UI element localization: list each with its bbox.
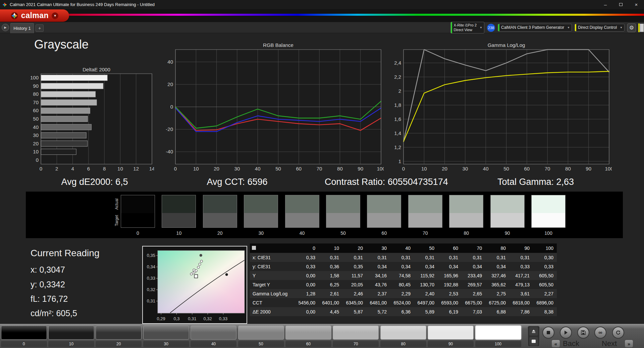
refresh-button[interactable] xyxy=(612,327,624,339)
svg-text:2: 2 xyxy=(398,88,401,94)
svg-text:14: 14 xyxy=(149,166,154,171)
table-cell: 0,31 xyxy=(342,253,366,262)
swatch-70 xyxy=(408,195,442,228)
close-button[interactable]: × xyxy=(629,0,644,9)
continuous-read-button[interactable]: ∞ xyxy=(594,327,606,339)
save-button[interactable] xyxy=(577,327,589,339)
pattern-button-80[interactable] xyxy=(380,326,426,340)
calman-menu-button[interactable]: calman ▼ xyxy=(0,9,69,22)
pattern-button-60[interactable] xyxy=(285,326,331,340)
table-row-label: y: CIE31 xyxy=(250,262,295,271)
pattern-button-70[interactable] xyxy=(333,326,379,340)
table-cell: 6,19 xyxy=(438,307,462,316)
history-arrow-icon: ▶ xyxy=(4,26,7,29)
svg-text:10: 10 xyxy=(117,166,123,171)
deltae-chart-title: DeltaE 2000 xyxy=(41,67,152,72)
pattern-label: 10 xyxy=(48,341,94,347)
history-panel-toggle[interactable]: ▶ xyxy=(2,24,9,31)
minimize-button[interactable]: – xyxy=(598,0,613,9)
pattern-button-0[interactable] xyxy=(1,326,47,340)
back-chevron-button[interactable]: « xyxy=(551,340,560,348)
svg-text:60: 60 xyxy=(33,108,39,113)
table-col-header: 0 xyxy=(295,243,319,253)
svg-text:-40: -40 xyxy=(166,149,173,154)
pattern-button-100[interactable] xyxy=(475,326,521,340)
svg-text:80: 80 xyxy=(337,166,343,171)
rgb-balance-chart-title: RGB Balance xyxy=(175,42,381,48)
table-cell: 11,57 xyxy=(342,271,366,280)
table-cell: 0,00 xyxy=(295,271,319,280)
swatch-80 xyxy=(449,195,483,228)
pattern-button-50[interactable] xyxy=(238,326,284,340)
current-reading-title: Current Reading xyxy=(31,248,99,259)
stop-button[interactable] xyxy=(542,327,554,339)
table-cell: 192,88 xyxy=(438,280,462,289)
svg-text:0: 0 xyxy=(36,157,39,163)
play-button[interactable] xyxy=(560,327,572,339)
contrast-ratio-stat: Contrast Ratio: 605504735174 xyxy=(303,177,470,187)
layout-select-button[interactable] xyxy=(529,337,538,346)
add-tab-button[interactable]: + xyxy=(36,24,44,32)
partial-control xyxy=(638,23,644,32)
maximize-button[interactable] xyxy=(613,0,629,9)
close-icon: × xyxy=(635,2,638,7)
table-cell: 0,34 xyxy=(366,262,390,271)
swatch-actual xyxy=(162,195,196,213)
table-cell: 0,31 xyxy=(509,253,533,262)
swatch-target xyxy=(449,213,483,227)
swatch-target xyxy=(532,213,565,227)
pattern-button-30[interactable] xyxy=(143,326,189,340)
table-cell: 6524,00 xyxy=(390,298,414,307)
collapse-bar-button[interactable] xyxy=(529,327,538,336)
pattern-button-40[interactable] xyxy=(191,326,236,340)
table-cell: 0,33 xyxy=(509,262,533,271)
table-cell: 479,13 xyxy=(509,280,533,289)
table-cell: 74,58 xyxy=(390,271,414,280)
svg-text:0: 0 xyxy=(174,166,177,171)
page-title: Grayscale xyxy=(34,38,89,52)
svg-text:10: 10 xyxy=(421,166,427,171)
table-row: y: CIE310,330,360,350,340,340,340,340,34… xyxy=(250,262,557,271)
table-row: Y0,001,5811,5734,1674,58115,92165,96233,… xyxy=(250,271,557,280)
svg-text:2,2: 2,2 xyxy=(394,74,401,80)
table-cell: 2,29 xyxy=(390,289,414,298)
pattern-button-10[interactable] xyxy=(48,326,94,340)
eject-icon xyxy=(531,329,536,334)
stop-icon xyxy=(546,330,551,335)
svg-text:0: 0 xyxy=(170,104,173,110)
swatch-actual xyxy=(367,195,401,213)
meter-dropdown[interactable]: X-Rite i1Pro 2 Direct View ▼ xyxy=(450,22,484,34)
pattern-sheen xyxy=(286,326,331,339)
source-dropdown[interactable]: CalMAN Client 3 Pattern Generator ▼ xyxy=(498,24,572,31)
table-cell: 0,31 xyxy=(462,253,485,262)
pattern-label: 100 xyxy=(475,341,521,347)
back-button[interactable]: Back xyxy=(563,339,579,348)
display-control-dropdown[interactable]: Direct Display Control ▼ xyxy=(575,24,625,31)
calman-wordmark: calman xyxy=(21,11,49,20)
table-col-header: 30 xyxy=(366,243,390,253)
svg-text:40: 40 xyxy=(33,124,39,130)
svg-text:90: 90 xyxy=(358,166,363,171)
swatch-10 xyxy=(162,195,196,228)
table-cell: 130,70 xyxy=(414,280,438,289)
chevron-down-icon: ▼ xyxy=(478,22,484,33)
pattern-button-20[interactable] xyxy=(96,326,142,340)
pattern-label: 70 xyxy=(333,341,379,347)
table-cell: 365,62 xyxy=(485,280,509,289)
swatch-label: 40 xyxy=(285,230,319,236)
tab-history-1[interactable]: History 1 xyxy=(10,23,34,33)
table-col-header: 80 xyxy=(485,243,509,253)
source-name: CalMAN Client 3 Pattern Generator xyxy=(501,25,564,30)
svg-text:30: 30 xyxy=(463,166,468,171)
table-cell: 80,45 xyxy=(390,280,414,289)
table-row: x: CIE310,330,310,310,310,310,310,310,31… xyxy=(250,253,557,262)
next-button[interactable]: Next xyxy=(602,339,617,348)
svg-text:1: 1 xyxy=(398,158,401,164)
next-chevron-button[interactable]: » xyxy=(625,340,633,348)
table-cell: 2,61 xyxy=(319,289,342,298)
settings-button[interactable]: ⚙ xyxy=(627,23,636,32)
table-cell: 0,34 xyxy=(462,262,485,271)
meter-count-badge[interactable]: 238 xyxy=(487,24,495,32)
pattern-button-90[interactable] xyxy=(428,326,474,340)
table-col-header: 70 xyxy=(462,243,485,253)
